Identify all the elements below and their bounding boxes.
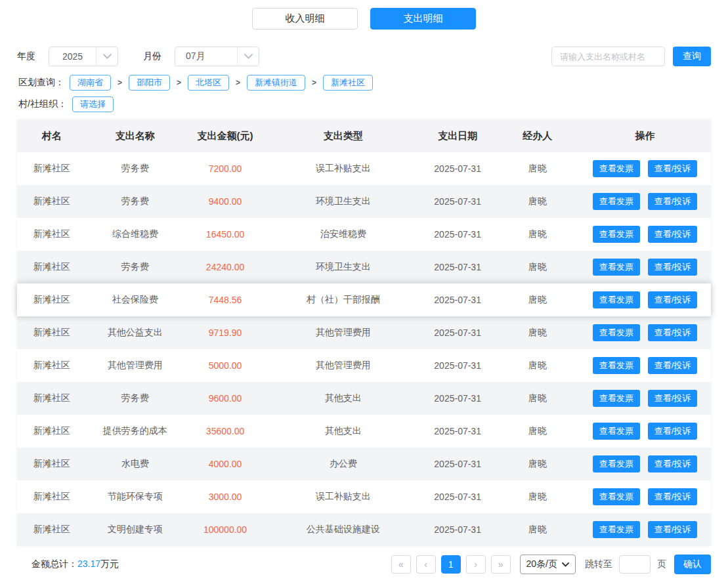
cell-operator: 唐晓 [496, 261, 579, 273]
cell-operator: 唐晓 [496, 294, 579, 306]
jump-to-label: 跳转至 [585, 558, 612, 570]
org-select-button[interactable]: 请选择 [72, 96, 114, 112]
page-number-button[interactable]: 1 [441, 555, 461, 574]
view-complaint-button[interactable]: 查看/投诉 [648, 357, 698, 374]
cell-expense-type: 其他支出 [267, 425, 419, 437]
page-unit-label: 页 [657, 558, 666, 570]
view-invoice-button[interactable]: 查看发票 [593, 488, 640, 505]
cell-expense-type: 误工补贴支出 [267, 163, 419, 175]
view-invoice-button[interactable]: 查看发票 [593, 455, 640, 472]
view-complaint-button[interactable]: 查看/投诉 [648, 390, 698, 407]
expense-table: 村名支出名称支出金额(元)支出类型支出日期经办人操作 新滩社区 劳务费 7200… [17, 119, 711, 546]
view-complaint-button[interactable]: 查看/投诉 [648, 291, 698, 308]
total-amount-label: 金额总计： [32, 558, 77, 569]
breadcrumb-separator: > [236, 78, 240, 87]
view-complaint-button[interactable]: 查看/投诉 [648, 259, 698, 276]
cell-village: 新滩社区 [17, 327, 87, 339]
view-invoice-button[interactable]: 查看发票 [593, 160, 640, 177]
last-page-button[interactable]: » [491, 555, 511, 574]
tab-income-detail[interactable]: 收入明细 [252, 8, 358, 30]
prev-page-button[interactable]: ‹ [416, 555, 436, 574]
month-select[interactable]: 07月 [175, 47, 259, 66]
view-invoice-button[interactable]: 查看发票 [593, 423, 640, 440]
detail-tabs: 收入明细 支出明细 [0, 0, 728, 30]
cell-expense-name: 劳务费 [87, 163, 184, 175]
cell-amount: 9400.00 [184, 196, 267, 207]
cell-date: 2025-07-31 [419, 262, 496, 272]
header-cell-0: 村名 [17, 130, 87, 142]
cell-village: 新滩社区 [17, 196, 87, 207]
cell-village: 新滩社区 [17, 458, 87, 470]
table-row: 新滩社区 劳务费 9600.00 其他支出 2025-07-31 唐晓 查看发票… [17, 382, 711, 415]
next-page-button[interactable]: › [466, 555, 486, 574]
cell-expense-name: 其他公益支出 [87, 327, 184, 339]
cell-amount: 4000.00 [184, 459, 267, 469]
year-select[interactable]: 2025 [49, 47, 118, 66]
view-complaint-button[interactable]: 查看/投诉 [648, 324, 698, 341]
view-complaint-button[interactable]: 查看/投诉 [648, 455, 698, 472]
view-invoice-button[interactable]: 查看发票 [593, 291, 640, 308]
cell-expense-name: 综合维稳费 [87, 228, 184, 240]
page-size-value: 20条/页 [526, 558, 557, 570]
cell-expense-type: 治安维稳费 [267, 228, 419, 240]
region-button-2[interactable]: 北塔区 [188, 75, 229, 91]
cell-amount: 9600.00 [184, 393, 267, 404]
cell-expense-type: 环境卫生支出 [267, 261, 419, 273]
view-complaint-button[interactable]: 查看/投诉 [648, 226, 698, 243]
cell-actions: 查看发票 查看/投诉 [579, 193, 711, 210]
cell-actions: 查看发票 查看/投诉 [579, 488, 711, 505]
view-invoice-button[interactable]: 查看发票 [593, 324, 640, 341]
view-invoice-button[interactable]: 查看发票 [593, 193, 640, 210]
tab-expense-detail[interactable]: 支出明细 [370, 8, 476, 30]
cell-expense-type: 其他管理费用 [267, 327, 419, 339]
double-chevron-right-icon: » [498, 559, 503, 570]
table-body: 新滩社区 劳务费 7200.00 误工补贴支出 2025-07-31 唐晓 查看… [17, 152, 711, 546]
region-button-0[interactable]: 湖南省 [70, 75, 111, 91]
view-complaint-button[interactable]: 查看/投诉 [648, 193, 698, 210]
region-button-1[interactable]: 邵阳市 [129, 75, 170, 91]
cell-date: 2025-07-31 [419, 524, 496, 535]
view-complaint-button[interactable]: 查看/投诉 [648, 488, 698, 505]
cell-date: 2025-07-31 [419, 196, 496, 207]
cell-expense-type: 误工补贴支出 [267, 491, 419, 503]
org-row: 村/社组织： 请选择 [0, 96, 728, 112]
cell-amount: 9719.90 [184, 327, 267, 338]
cell-amount: 3000.00 [184, 492, 267, 502]
cell-village: 新滩社区 [17, 261, 87, 273]
view-complaint-button[interactable]: 查看/投诉 [648, 423, 698, 440]
view-complaint-button[interactable]: 查看/投诉 [648, 160, 698, 177]
table-row: 新滩社区 文明创建专项 100000.00 公共基础设施建设 2025-07-3… [17, 513, 711, 546]
cell-expense-type: 其他支出 [267, 392, 419, 404]
cell-amount: 100000.00 [184, 524, 267, 535]
page-size-select[interactable]: 20条/页 [520, 555, 576, 574]
table-row: 新滩社区 水电费 4000.00 办公费 2025-07-31 唐晓 查看发票 … [17, 448, 711, 480]
first-page-button[interactable]: « [391, 555, 411, 574]
region-button-3[interactable]: 新滩镇街道 [247, 75, 305, 91]
region-query-row: 区划查询： 湖南省>邵阳市>北塔区>新滩镇街道>新滩社区 [0, 75, 728, 91]
view-invoice-button[interactable]: 查看发票 [593, 521, 640, 538]
total-amount: 金额总计：23.17万元 [17, 558, 119, 570]
view-invoice-button[interactable]: 查看发票 [593, 357, 640, 374]
region-button-4[interactable]: 新滩社区 [323, 75, 373, 91]
search-input[interactable] [551, 47, 665, 66]
query-button[interactable]: 查询 [673, 47, 711, 66]
view-complaint-button[interactable]: 查看/投诉 [648, 521, 698, 538]
cell-expense-name: 劳务费 [87, 196, 184, 207]
cell-expense-type: 其他管理费用 [267, 360, 419, 371]
cell-operator: 唐晓 [496, 524, 579, 536]
view-invoice-button[interactable]: 查看发票 [593, 390, 640, 407]
view-invoice-button[interactable]: 查看发票 [593, 226, 640, 243]
table-footer: 金额总计：23.17万元 « ‹ 1 › » 20条/页 跳转至 页 确认 [17, 546, 711, 583]
cell-actions: 查看发票 查看/投诉 [579, 357, 711, 374]
view-invoice-button[interactable]: 查看发票 [593, 259, 640, 276]
confirm-button[interactable]: 确认 [674, 555, 711, 574]
header-cell-4: 支出日期 [419, 130, 496, 142]
chevron-down-icon [96, 47, 118, 66]
header-cell-3: 支出类型 [267, 130, 419, 142]
jump-page-input[interactable] [619, 555, 651, 574]
table-row: 新滩社区 综合维稳费 16450.00 治安维稳费 2025-07-31 唐晓 … [17, 218, 711, 251]
chevron-down-icon [562, 562, 569, 567]
cell-village: 新滩社区 [17, 294, 87, 306]
cell-operator: 唐晓 [496, 360, 579, 371]
total-amount-unit: 万元 [100, 558, 119, 569]
